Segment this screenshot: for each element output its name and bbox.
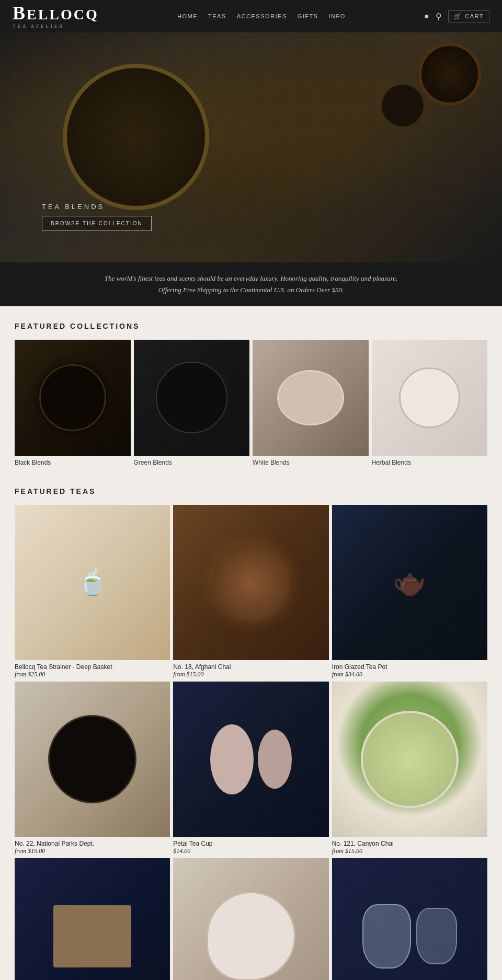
- tea-name-chai: No. 18, Afghani Chai: [173, 663, 328, 671]
- tea-item-petal[interactable]: Petal Tea Cup $14.00: [173, 682, 328, 855]
- featured-collections-title: FEATURED COLLECTIONS: [15, 322, 487, 330]
- hero-label: TEA BLENDS: [42, 203, 152, 211]
- tea-name-national: No. 22, National Parks Dept.: [15, 840, 170, 847]
- tea-img-teapot: [332, 505, 487, 660]
- tea-price-teapot: from $34.00: [332, 671, 487, 678]
- featured-collections-section: FEATURED COLLECTIONS Black Blends Green …: [0, 306, 502, 482]
- tea-price-chai: from $15.00: [173, 671, 328, 678]
- collection-label-green: Green Blends: [134, 459, 250, 466]
- cart-button[interactable]: 🛒 CART: [448, 10, 489, 22]
- tea-img-hario: [332, 858, 487, 980]
- collection-label-black: Black Blends: [15, 459, 131, 466]
- tea-item-teapot[interactable]: Iron Glazed Tea Pot from $34.00: [332, 505, 487, 678]
- nav-link-accessories[interactable]: ACCESSORIES: [237, 13, 287, 19]
- collection-item-herbal[interactable]: Herbal Blends: [372, 340, 488, 466]
- tea-name-teapot: Iron Glazed Tea Pot: [332, 663, 487, 671]
- nav-icons: ● ⚲ 🛒 CART: [424, 10, 489, 22]
- hero-content: TEA BLENDS BROWSE THE COLLECTION: [42, 203, 152, 231]
- tea-name-canyon: No. 121, Canyon Chai: [332, 840, 487, 847]
- featured-teas-title: FEATURED TEAS: [15, 487, 487, 495]
- tea-img-national: [15, 682, 170, 837]
- logo-text: BELLOCQ: [13, 4, 99, 22]
- cart-label: CART: [465, 13, 484, 19]
- collection-label-herbal: Herbal Blends: [372, 459, 488, 466]
- featured-teas-section: FEATURED TEAS Bellocq Tea Strainer - Dee…: [0, 482, 502, 980]
- tea-img-canyon: [332, 682, 487, 837]
- hero-decoration: [63, 64, 209, 210]
- nav-links: HOMETEASACCESSORIESGIFTSINFO: [177, 13, 346, 19]
- search-icon[interactable]: ⚲: [436, 11, 442, 21]
- tea-item-national[interactable]: No. 22, National Parks Dept. from $19.00: [15, 682, 170, 855]
- tea-item-hario[interactable]: Hario Glass Teapot (15oz) $34.00: [332, 858, 487, 980]
- tea-price-petal: $14.00: [173, 847, 328, 855]
- tea-item-chai[interactable]: No. 18, Afghani Chai from $15.00: [173, 505, 328, 678]
- collections-grid: Black Blends Green Blends White Blends H…: [15, 340, 487, 466]
- tea-price-canyon: from $15.00: [332, 847, 487, 855]
- user-icon[interactable]: ●: [424, 11, 429, 21]
- collection-label-white: White Blends: [253, 459, 369, 466]
- hero-deco-2: [418, 43, 481, 106]
- logo-subtitle: TEA ATELIER: [13, 24, 64, 29]
- cart-icon: 🛒: [454, 13, 462, 20]
- collection-item-white[interactable]: White Blends: [253, 340, 369, 466]
- teas-grid: Bellocq Tea Strainer - Deep Basket from …: [15, 505, 487, 980]
- tea-img-chai: [173, 505, 328, 660]
- tea-img-brewing: [15, 858, 170, 980]
- tea-img-petal: [173, 682, 328, 837]
- tea-item-brewing[interactable]: Tea Connoisseur Brewing Set $53.00: [15, 858, 170, 980]
- tagline-line2: Offering Free Shipping to the Continenta…: [21, 284, 481, 296]
- tea-price-strainer: from $25.00: [15, 671, 170, 678]
- browse-collection-button[interactable]: BROWSE THE COLLECTION: [42, 216, 152, 231]
- collection-item-black[interactable]: Black Blends: [15, 340, 131, 466]
- tagline-line1: The world's finest teas and scents shoul…: [21, 273, 481, 284]
- tea-img-strainer: [15, 505, 170, 660]
- hero-deco-3: [382, 85, 424, 126]
- collection-img-white: [253, 340, 369, 456]
- logo[interactable]: BELLOCQ TEA ATELIER: [13, 4, 99, 29]
- tagline-section: The world's finest teas and scents shoul…: [0, 262, 502, 306]
- collection-img-green: [134, 340, 250, 456]
- navigation: BELLOCQ TEA ATELIER HOMETEASACCESSORIESG…: [0, 0, 502, 32]
- collection-img-black: [15, 340, 131, 456]
- collection-item-green[interactable]: Green Blends: [134, 340, 250, 466]
- tea-item-strainer[interactable]: Bellocq Tea Strainer - Deep Basket from …: [15, 505, 170, 678]
- tea-name-strainer: Bellocq Tea Strainer - Deep Basket: [15, 663, 170, 671]
- tea-name-petal: Petal Tea Cup: [173, 840, 328, 847]
- tea-item-lehammeau[interactable]: No. 12, Le Hammeau from $15.00: [173, 858, 328, 980]
- nav-link-info[interactable]: INFO: [329, 13, 346, 19]
- nav-link-gifts[interactable]: GIFTS: [298, 13, 318, 19]
- hero-section: TEA BLENDS BROWSE THE COLLECTION: [0, 32, 502, 262]
- nav-link-home[interactable]: HOME: [177, 13, 198, 19]
- collection-img-herbal: [372, 340, 488, 456]
- nav-link-teas[interactable]: TEAS: [208, 13, 226, 19]
- tea-item-canyon[interactable]: No. 121, Canyon Chai from $15.00: [332, 682, 487, 855]
- tea-img-lehammeau: [173, 858, 328, 980]
- tea-price-national: from $19.00: [15, 847, 170, 855]
